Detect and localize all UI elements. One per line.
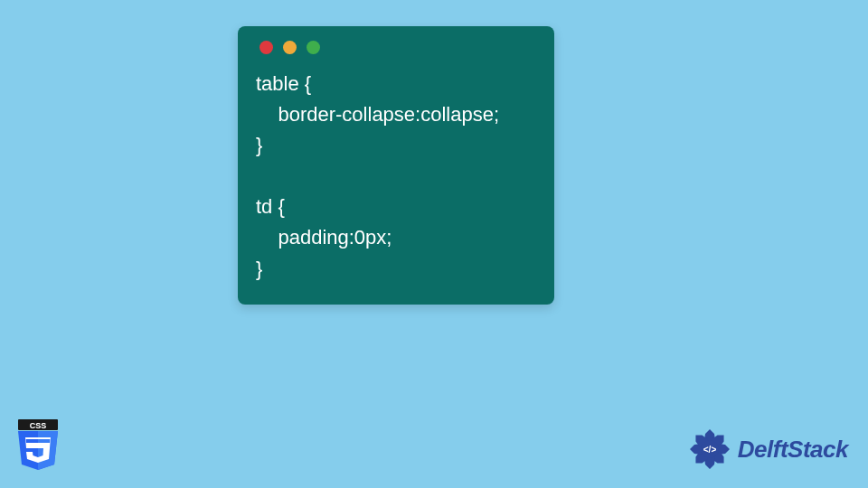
delftstack-logo: </> DelftStack (687, 427, 848, 472)
code-line: border-collapse:collapse; (256, 103, 499, 126)
svg-text:</>: </> (703, 445, 717, 455)
css3-shield-icon: CSS (16, 419, 60, 472)
css-label-text: CSS (30, 421, 47, 430)
delftstack-mark-icon: </> (687, 427, 732, 472)
code-block: table { border-collapse:collapse; } td {… (256, 69, 536, 285)
delftstack-brand-text: DelftStack (738, 436, 848, 464)
code-line: } (256, 134, 262, 156)
maximize-icon (307, 41, 320, 54)
code-window: table { border-collapse:collapse; } td {… (238, 26, 554, 305)
close-icon (259, 41, 273, 54)
minimize-icon (283, 41, 297, 54)
code-line: padding:0px; (256, 226, 392, 249)
code-line: td { (256, 195, 285, 218)
code-line: } (256, 258, 262, 280)
code-line: table { (256, 72, 311, 95)
window-traffic-lights (259, 41, 536, 54)
